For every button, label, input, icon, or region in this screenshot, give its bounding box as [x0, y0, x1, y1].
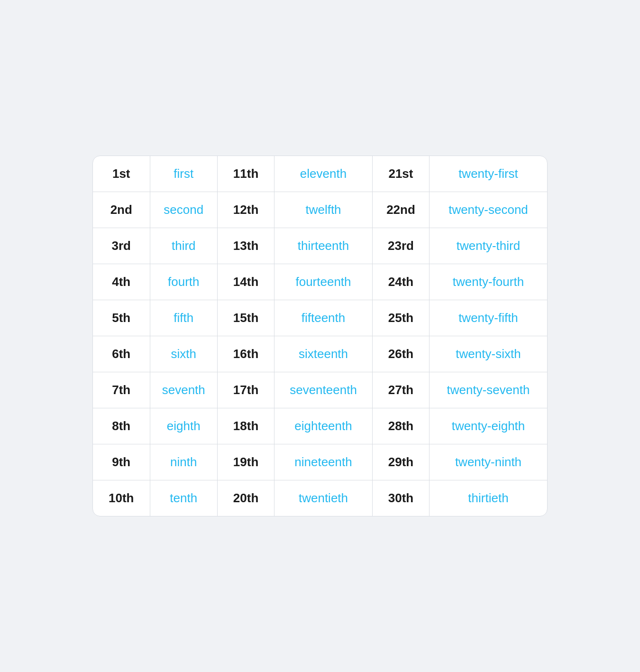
ordinal-cell: 23rd	[372, 228, 429, 264]
ordinal-cell: 14th	[218, 264, 274, 300]
word-cell: twenty-fourth	[429, 264, 547, 300]
ordinal-cell: 13th	[218, 228, 274, 264]
ordinal-cell: 21st	[372, 156, 429, 192]
ordinal-cell: 2nd	[93, 192, 150, 228]
ordinal-cell: 3rd	[93, 228, 150, 264]
word-cell: twenty-sixth	[429, 336, 547, 372]
ordinal-cell: 22nd	[372, 192, 429, 228]
word-cell: eleventh	[274, 156, 373, 192]
table-row: 2ndsecond12thtwelfth22ndtwenty-second	[93, 192, 547, 228]
ordinal-cell: 24th	[372, 264, 429, 300]
word-cell: thirteenth	[274, 228, 373, 264]
word-cell: seventh	[150, 372, 218, 408]
table-row: 9thninth19thnineteenth29thtwenty-ninth	[93, 444, 547, 480]
word-cell: fourteenth	[274, 264, 373, 300]
ordinal-cell: 20th	[218, 480, 274, 516]
ordinal-cell: 28th	[372, 408, 429, 444]
ordinal-cell: 8th	[93, 408, 150, 444]
ordinal-cell: 7th	[93, 372, 150, 408]
word-cell: fifth	[150, 300, 218, 336]
word-cell: twenty-second	[429, 192, 547, 228]
word-cell: twentieth	[274, 480, 373, 516]
word-cell: twenty-seventh	[429, 372, 547, 408]
table-row: 1stfirst11theleventh21sttwenty-first	[93, 156, 547, 192]
ordinal-cell: 17th	[218, 372, 274, 408]
ordinal-cell: 10th	[93, 480, 150, 516]
ordinal-cell: 26th	[372, 336, 429, 372]
word-cell: seventeenth	[274, 372, 373, 408]
ordinals-table: 1stfirst11theleventh21sttwenty-first2nds…	[93, 156, 547, 516]
ordinal-cell: 15th	[218, 300, 274, 336]
ordinal-cell: 30th	[372, 480, 429, 516]
table-row: 5thfifth15thfifteenth25thtwenty-fifth	[93, 300, 547, 336]
word-cell: ninth	[150, 444, 218, 480]
ordinal-cell: 4th	[93, 264, 150, 300]
word-cell: sixth	[150, 336, 218, 372]
ordinal-cell: 9th	[93, 444, 150, 480]
table-row: 8theighth18theighteenth28thtwenty-eighth	[93, 408, 547, 444]
table-row: 7thseventh17thseventeenth27thtwenty-seve…	[93, 372, 547, 408]
ordinal-cell: 25th	[372, 300, 429, 336]
table-row: 4thfourth14thfourteenth24thtwenty-fourth	[93, 264, 547, 300]
word-cell: eighteenth	[274, 408, 373, 444]
word-cell: fifteenth	[274, 300, 373, 336]
ordinal-cell: 27th	[372, 372, 429, 408]
word-cell: twenty-fifth	[429, 300, 547, 336]
word-cell: twenty-ninth	[429, 444, 547, 480]
ordinals-table-container: 1stfirst11theleventh21sttwenty-first2nds…	[92, 156, 548, 516]
word-cell: third	[150, 228, 218, 264]
word-cell: sixteenth	[274, 336, 373, 372]
word-cell: fourth	[150, 264, 218, 300]
word-cell: twenty-first	[429, 156, 547, 192]
table-row: 3rdthird13ththirteenth23rdtwenty-third	[93, 228, 547, 264]
ordinal-cell: 12th	[218, 192, 274, 228]
word-cell: thirtieth	[429, 480, 547, 516]
ordinal-cell: 19th	[218, 444, 274, 480]
table-row: 6thsixth16thsixteenth26thtwenty-sixth	[93, 336, 547, 372]
ordinal-cell: 29th	[372, 444, 429, 480]
word-cell: nineteenth	[274, 444, 373, 480]
ordinal-cell: 18th	[218, 408, 274, 444]
word-cell: twenty-third	[429, 228, 547, 264]
word-cell: second	[150, 192, 218, 228]
ordinal-cell: 5th	[93, 300, 150, 336]
word-cell: twenty-eighth	[429, 408, 547, 444]
ordinal-cell: 6th	[93, 336, 150, 372]
ordinal-cell: 1st	[93, 156, 150, 192]
ordinal-cell: 11th	[218, 156, 274, 192]
word-cell: first	[150, 156, 218, 192]
table-row: 10thtenth20thtwentieth30ththirtieth	[93, 480, 547, 516]
word-cell: tenth	[150, 480, 218, 516]
word-cell: twelfth	[274, 192, 373, 228]
word-cell: eighth	[150, 408, 218, 444]
ordinal-cell: 16th	[218, 336, 274, 372]
